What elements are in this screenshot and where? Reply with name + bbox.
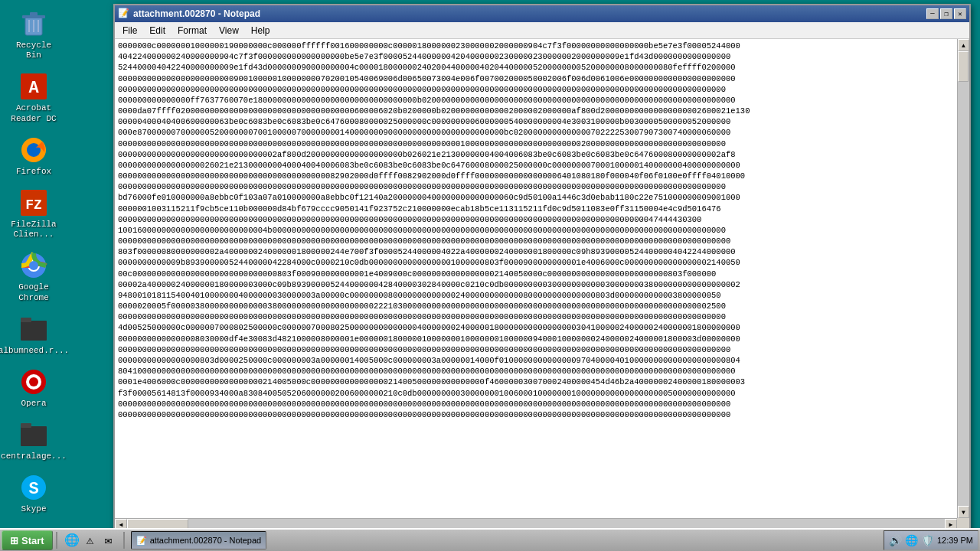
title-bar: 📝 attachment.002870 - Notepad ─ ❐ ✕ bbox=[115, 5, 969, 22]
tray-security-icon[interactable]: 🛡️ bbox=[921, 534, 934, 547]
notepad-window: 📝 attachment.002870 - Notepad ─ ❐ ✕ File… bbox=[113, 4, 971, 532]
chrome-label: Google Chrome bbox=[7, 282, 60, 302]
minimize-button[interactable]: ─ bbox=[926, 8, 939, 19]
desktop-icon-firefox[interactable]: Firefox bbox=[3, 131, 64, 181]
desktop: Recycle Bin A Acrobat Reader DC Firefox … bbox=[0, 0, 107, 528]
start-label: Start bbox=[21, 535, 44, 546]
text-line: 0000000000000000000000000000000000000000… bbox=[118, 311, 954, 322]
text-line: 00c000000000000000000000000000000803f000… bbox=[118, 269, 954, 279]
text-line: 0000000000009b89390000052440000042284000… bbox=[118, 257, 954, 268]
skype-icon: S bbox=[18, 472, 49, 503]
desktop-icon-albumneed[interactable]: albumneed.r... bbox=[3, 310, 64, 360]
window-controls: ─ ❐ ✕ bbox=[926, 8, 966, 19]
text-line: 0000020005f00000380000000000000380000000… bbox=[118, 301, 954, 311]
taskbar-notepad-item[interactable]: 📝 attachment.002870 - Notepad bbox=[131, 531, 267, 549]
desktop-icon-filezilla[interactable]: FZ FileZilla Clien... bbox=[3, 184, 64, 243]
scroll-track[interactable] bbox=[958, 51, 969, 506]
text-line: 0001e4006000c00000000000000000214005000c… bbox=[118, 377, 954, 387]
text-line: 00000000000000000803d0000250000c00000000… bbox=[118, 355, 954, 366]
menu-edit[interactable]: Edit bbox=[143, 24, 172, 37]
menu-bar: File Edit Format View Help bbox=[115, 22, 969, 39]
text-line: 0000000000000000000000000000000000000000… bbox=[118, 181, 954, 192]
start-button[interactable]: ⊞ Start bbox=[2, 530, 53, 550]
acrobat-label: Acrobat Reader DC bbox=[7, 103, 60, 123]
desktop-icon-chrome[interactable]: Google Chrome bbox=[3, 246, 64, 306]
ql-mail-icon[interactable]: ✉️ bbox=[100, 532, 117, 549]
taskbar: ⊞ Start 🌐 ⚠️ ✉️ 📝 attachment.002870 - No… bbox=[0, 528, 980, 551]
text-line: 0000000000000000000000000000000000000000… bbox=[118, 171, 954, 181]
text-line: 0000000c00000001000000190000000c000000ff… bbox=[118, 41, 954, 51]
vertical-scrollbar[interactable]: ▲ ▼ bbox=[957, 39, 969, 518]
desktop-icon-opera[interactable]: Opera bbox=[3, 363, 64, 412]
svg-rect-20 bbox=[21, 426, 47, 446]
desktop-icon-centralage[interactable]: centralage... bbox=[3, 416, 64, 465]
text-line: 0000000000000000000000000000000000000000… bbox=[118, 409, 954, 420]
svg-rect-16 bbox=[21, 318, 31, 322]
text-line: 00000400040400600000063be0c6083be0c6083b… bbox=[118, 116, 954, 127]
text-editor[interactable]: 0000000c00000001000000190000000c000000ff… bbox=[115, 39, 957, 518]
content-area: 0000000c00000001000000190000000c000000ff… bbox=[115, 39, 969, 518]
text-line: 000000000000000000000000000000002af800d2… bbox=[118, 149, 954, 160]
text-line: 00000000000000000026021e2130000000400040… bbox=[118, 160, 954, 171]
text-line: f3f00005614813f0000934000a83084005052060… bbox=[118, 388, 954, 399]
svg-rect-15 bbox=[21, 321, 47, 341]
firefox-label: Firefox bbox=[16, 167, 51, 177]
text-line: 9480010181154004010000000400000003000000… bbox=[118, 290, 954, 301]
menu-view[interactable]: View bbox=[213, 24, 245, 37]
centralage-icon bbox=[18, 419, 49, 450]
svg-text:FZ: FZ bbox=[25, 197, 42, 213]
tray-network-icon[interactable]: 🌐 bbox=[905, 534, 918, 547]
text-line: 0000da07ffff0200000000000000000000000000… bbox=[118, 106, 954, 116]
ql-ie-icon[interactable]: 🌐 bbox=[64, 532, 80, 549]
filezilla-icon: FZ bbox=[18, 187, 49, 218]
window-title: attachment.002870 - Notepad bbox=[133, 8, 926, 19]
desktop-icon-recycle-bin[interactable]: Recycle Bin bbox=[3, 5, 64, 64]
quick-launch-bar: 🌐 ⚠️ ✉️ bbox=[60, 532, 120, 549]
menu-help[interactable]: Help bbox=[245, 24, 276, 37]
opera-label: Opera bbox=[21, 399, 46, 409]
menu-format[interactable]: Format bbox=[172, 24, 213, 37]
tray-volume-icon[interactable]: 🔊 bbox=[889, 534, 902, 547]
text-line: 0000000000000000000000000000000000000000… bbox=[118, 139, 954, 149]
restore-button[interactable]: ❐ bbox=[940, 8, 952, 19]
taskbar-separator-1 bbox=[56, 532, 57, 549]
text-line: 0000000000000000000000000000000000000000… bbox=[118, 214, 954, 225]
svg-text:A: A bbox=[28, 79, 39, 98]
menu-file[interactable]: File bbox=[116, 24, 143, 37]
svg-point-14 bbox=[29, 261, 38, 270]
scroll-up-arrow[interactable]: ▲ bbox=[958, 39, 969, 51]
desktop-icon-acrobat[interactable]: A Acrobat Reader DC bbox=[3, 67, 64, 127]
close-button[interactable]: ✕ bbox=[954, 8, 966, 19]
albumneed-icon bbox=[18, 314, 49, 344]
chrome-icon bbox=[18, 250, 49, 281]
text-line: bd76000fe010000000a8ebbc0f103a07a0100000… bbox=[118, 192, 954, 203]
svg-point-9 bbox=[27, 143, 41, 157]
taskbar-items: 📝 attachment.002870 - Notepad bbox=[128, 531, 882, 549]
taskbar-separator-2 bbox=[123, 532, 125, 549]
filezilla-label: FileZilla Clien... bbox=[7, 220, 60, 240]
text-line: 0000000000000000000000000000000000000000… bbox=[118, 236, 954, 246]
system-tray: 🔊 🌐 🛡️ 12:39 PM bbox=[884, 530, 978, 550]
desktop-icon-skype[interactable]: S Skype bbox=[3, 468, 64, 518]
recycle-bin-label: Recycle Bin bbox=[7, 41, 60, 60]
text-line: 803f00000080000000002a400000024000000180… bbox=[118, 246, 954, 257]
text-line: 524400004042240000000009e1fd43d000000090… bbox=[118, 62, 954, 73]
opera-icon bbox=[18, 367, 49, 397]
notepad-app-icon: 📝 bbox=[118, 8, 130, 20]
text-line: 404224000000240000000904c7f3f00000000000… bbox=[118, 51, 954, 62]
recycle-bin-icon bbox=[18, 8, 49, 39]
firefox-icon bbox=[18, 135, 49, 165]
svg-rect-2 bbox=[30, 12, 38, 16]
scroll-thumb[interactable] bbox=[958, 51, 969, 82]
taskbar-notepad-label: attachment.002870 - Notepad bbox=[150, 536, 262, 545]
svg-text:S: S bbox=[28, 480, 38, 499]
text-line: 0000001003115211f9cb5ce110b000000d84bf67… bbox=[118, 204, 954, 214]
ql-warn-icon[interactable]: ⚠️ bbox=[82, 532, 99, 549]
skype-label: Skype bbox=[21, 504, 46, 514]
scroll-down-arrow[interactable]: ▼ bbox=[958, 506, 969, 518]
text-line: 1001600000000000000000000000004b00000000… bbox=[118, 225, 954, 236]
svg-rect-21 bbox=[21, 423, 31, 428]
text-line: 0000000000000000000000000000000000000000… bbox=[118, 399, 954, 409]
text-line: 0000000000000000000000009001000001000000… bbox=[118, 73, 954, 84]
text-line: 8041000000000000000000000000000000000000… bbox=[118, 366, 954, 377]
